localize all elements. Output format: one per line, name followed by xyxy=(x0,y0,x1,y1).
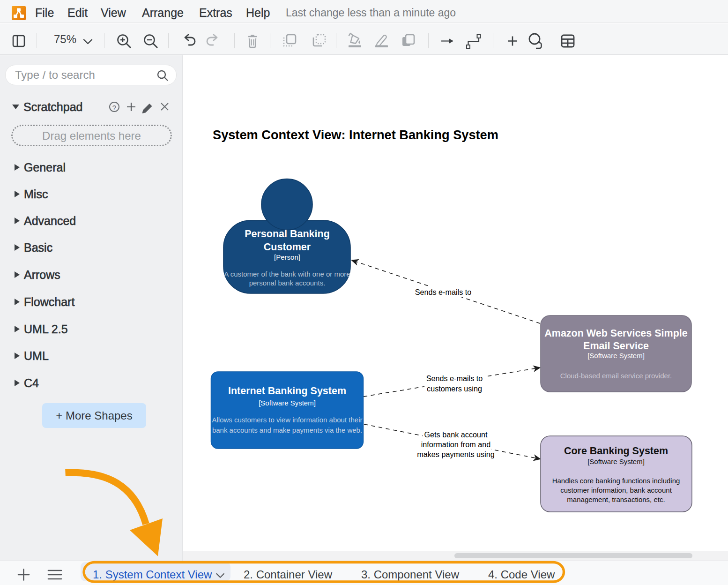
svg-text:Cloud-based email service prov: Cloud-based email service provider. xyxy=(560,372,672,380)
svg-text:Customer: Customer xyxy=(264,241,311,253)
svg-text:information from and: information from and xyxy=(421,440,490,449)
svg-text:Allows customers to view infor: Allows customers to view information abo… xyxy=(212,416,363,424)
svg-text:customers using: customers using xyxy=(427,384,482,393)
svg-text:Gets bank account: Gets bank account xyxy=(424,430,488,439)
svg-text:System Context View: Internet: System Context View: Internet Banking Sy… xyxy=(213,128,498,142)
svg-text:personal bank accounts.: personal bank accounts. xyxy=(249,279,326,287)
svg-text:Email Service: Email Service xyxy=(583,340,649,352)
svg-text:[Software System]: [Software System] xyxy=(587,352,645,360)
svg-text:management, transactions, etc.: management, transactions, etc. xyxy=(567,495,665,503)
svg-text:[Software System]: [Software System] xyxy=(587,458,645,465)
svg-text:Personal Banking: Personal Banking xyxy=(245,228,330,240)
svg-text:A customer of the bank with on: A customer of the bank with one or more xyxy=(224,270,350,278)
svg-text:Internet Banking System: Internet Banking System xyxy=(228,385,346,397)
svg-text:Sends e-mails to: Sends e-mails to xyxy=(415,288,472,296)
svg-text:Amazon Web Services Simple: Amazon Web Services Simple xyxy=(544,328,688,339)
svg-text:Core Banking System: Core Banking System xyxy=(564,445,668,457)
svg-text:makes payments using: makes payments using xyxy=(417,450,495,458)
svg-text:bank accounts and make payment: bank accounts and make payments via the … xyxy=(212,426,362,434)
svg-text:customer information, bank acc: customer information, bank account xyxy=(560,486,672,494)
svg-text:[Person]: [Person] xyxy=(274,253,300,261)
svg-text:Handles core banking functions: Handles core banking functions including xyxy=(552,477,680,485)
svg-text:Sends e-mails to: Sends e-mails to xyxy=(426,374,483,382)
svg-text:[Software System]: [Software System] xyxy=(259,399,316,407)
